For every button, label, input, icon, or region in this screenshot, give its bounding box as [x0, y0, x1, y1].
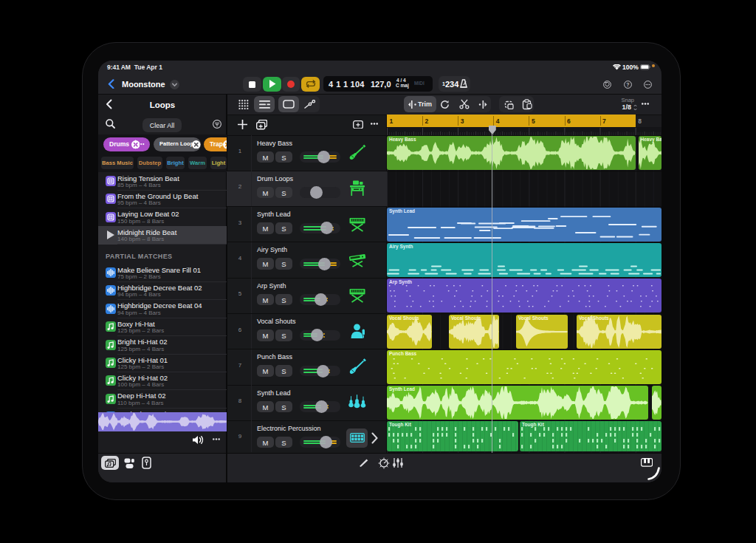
svg-text:?: ?	[626, 82, 629, 87]
